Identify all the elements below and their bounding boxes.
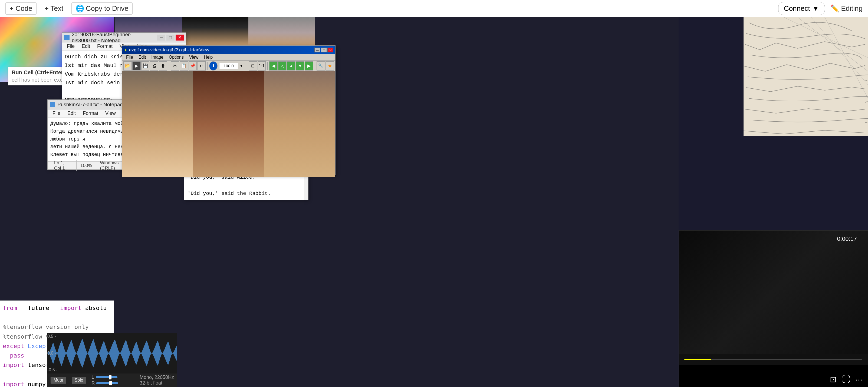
irfanview-zoom-fit-btn[interactable]: ⊞ bbox=[249, 61, 257, 71]
copy-to-drive-button[interactable]: 🌐 Copy to Drive bbox=[71, 2, 132, 14]
irfanview-titlebar[interactable]: ✦ ezgif.com-video-to-gif (3).gif - Irfan… bbox=[122, 46, 335, 54]
top-bar-right: Connect ▼ ✏️ Editing bbox=[778, 2, 863, 15]
notepad-faust-menu-file[interactable]: File bbox=[64, 43, 78, 50]
irfanview-star-fav-btn[interactable]: ★ bbox=[326, 61, 334, 71]
irfanview-prev-btn[interactable]: ◀ bbox=[269, 61, 278, 71]
svg-rect-0 bbox=[744, 17, 868, 136]
text-button[interactable]: + Text bbox=[41, 3, 67, 14]
irfanview-menu-file[interactable]: File bbox=[123, 54, 136, 60]
irfanview-open-btn[interactable]: 📂 bbox=[123, 61, 132, 71]
irfanview-star-icon: ✦ bbox=[124, 47, 127, 53]
irfanview-menu-view[interactable]: View bbox=[186, 54, 201, 60]
irfanview-zoom-group: ▼ bbox=[219, 63, 244, 69]
notepad-faust-icon bbox=[64, 35, 69, 40]
irfan-image-face1 bbox=[122, 71, 193, 177]
irfanview-title: ezgif.com-video-to-gif (3).gif - IrfanVi… bbox=[129, 47, 313, 53]
irfanview-back-btn[interactable]: ◁ bbox=[278, 61, 286, 71]
notepad-faust-minimize[interactable]: ─ bbox=[157, 35, 165, 40]
notepad-pushkin-pos: Ln 1, Col 1 bbox=[50, 160, 76, 171]
irfanview-minimize[interactable]: ─ bbox=[314, 47, 320, 52]
irfanview-zoom-input[interactable] bbox=[219, 63, 238, 69]
audio-format-info: Mono, 22050Hz 32-bit float bbox=[140, 375, 174, 386]
audio-volume-r-slider[interactable] bbox=[96, 382, 118, 384]
irfanview-menu-edit[interactable]: Edit bbox=[136, 54, 149, 60]
irfanview-window: ✦ ezgif.com-video-to-gif (3).gif - Irfan… bbox=[122, 45, 336, 175]
video-expand-button[interactable]: ⛶ bbox=[842, 375, 850, 384]
audio-mute-button[interactable]: Mute bbox=[51, 377, 66, 384]
top-bar: + Code + Text 🌐 Copy to Drive Connect ▼ … bbox=[0, 0, 868, 17]
irfanview-menu-help[interactable]: Help bbox=[201, 54, 215, 60]
video-minimize-button[interactable]: ⊡ bbox=[830, 375, 837, 384]
irfanview-next-btn[interactable]: ▶ bbox=[305, 61, 313, 71]
irfanview-menubar: File Edit Image Options View Help bbox=[122, 54, 335, 61]
notepad-faust-close[interactable]: ✕ bbox=[176, 35, 184, 40]
irfanview-maximize[interactable]: □ bbox=[321, 47, 327, 52]
toolbar-separator-4 bbox=[267, 62, 268, 70]
irfanview-close[interactable]: ✕ bbox=[328, 47, 333, 52]
irfan-image-face3 bbox=[265, 71, 335, 177]
irfanview-up-btn[interactable]: ▲ bbox=[287, 61, 296, 71]
video-more-button[interactable]: ··· bbox=[856, 375, 862, 384]
irfanview-delete-btn[interactable]: 🗑 bbox=[159, 61, 167, 71]
irfanview-toolbar: 📂 ▶ 💾 🖨 🗑 ✂ 📋 📌 ↩ ℹ ▼ ⊞ 1:1 ◀ ◁ ▲ ▼ ▶ 🔧 … bbox=[122, 61, 335, 71]
notepad-faust-maximize[interactable]: □ bbox=[166, 35, 175, 40]
irfanview-save-btn[interactable]: 💾 bbox=[141, 61, 150, 71]
audio-info-bar: Mute Solo L R Mono, 22050Hz 32-bit float bbox=[48, 374, 177, 387]
irfanview-menu-image[interactable]: Image bbox=[149, 54, 166, 60]
notepad-faust-titlebar[interactable]: 20190318-FaustBeginner-bis3000.txt - Not… bbox=[62, 33, 186, 42]
audio-solo-button[interactable]: Solo bbox=[72, 377, 86, 384]
audio-volume-r: R bbox=[92, 381, 118, 386]
irfanview-print-btn[interactable]: 🖨 bbox=[150, 61, 158, 71]
sketch-area bbox=[744, 17, 868, 136]
toolbar-separator-2 bbox=[207, 62, 208, 70]
waveform-svg: // Generate waveform bars via inline SVG… bbox=[48, 333, 177, 374]
irfanview-content bbox=[122, 71, 335, 177]
toolbar-separator-1 bbox=[169, 62, 169, 70]
irfanview-copy-btn[interactable]: 📋 bbox=[180, 61, 188, 71]
irfanview-zoom-orig-btn[interactable]: 1:1 bbox=[257, 61, 266, 71]
irfanview-play-btn[interactable]: ▶ bbox=[132, 61, 141, 71]
toolbar-separator-5 bbox=[315, 62, 315, 70]
notepad-faust-menu-format[interactable]: Format bbox=[94, 43, 116, 50]
pencil-icon: ✏️ bbox=[830, 4, 839, 13]
irfanview-zoom-down-btn[interactable]: ▼ bbox=[239, 63, 244, 69]
audio-y-labels: 0.5 - 0.0 - -0.5 - bbox=[48, 333, 59, 374]
notepad-pushkin-menu-format[interactable]: Format bbox=[80, 110, 101, 117]
irfanview-info-btn[interactable]: ℹ bbox=[209, 61, 218, 71]
audio-volume-l: L bbox=[92, 375, 118, 380]
irfanview-menu-options[interactable]: Options bbox=[166, 54, 186, 60]
chevron-down-icon: ▼ bbox=[812, 4, 819, 13]
audio-volume-controls: L R bbox=[92, 375, 118, 386]
audio-area: 0.5 - 0.0 - -0.5 - // Generate waveform … bbox=[48, 333, 177, 387]
irfanview-down-btn[interactable]: ▼ bbox=[296, 61, 304, 71]
audio-volume-l-slider[interactable] bbox=[96, 376, 117, 378]
irfanview-winctrls: ─ □ ✕ bbox=[314, 47, 333, 52]
notepad-pushkin-zoom: 100% bbox=[76, 163, 96, 168]
top-bar-left: + Code + Text 🌐 Copy to Drive bbox=[5, 2, 132, 14]
irfanview-tools-btn[interactable]: 🔧 bbox=[317, 61, 325, 71]
notepad-pushkin-icon bbox=[50, 102, 55, 107]
notepad-faust-winctrls: ─ □ ✕ bbox=[157, 35, 184, 40]
editing-label: ✏️ Editing bbox=[830, 4, 863, 13]
video-player[interactable]: 0:00:17 ⊡ ⛶ ··· bbox=[679, 230, 868, 387]
irfanview-paste-btn[interactable]: 📌 bbox=[189, 61, 197, 71]
drive-icon: 🌐 bbox=[75, 4, 84, 13]
notepad-faust-title: 20190318-FaustBeginner-bis3000.txt - Not… bbox=[72, 32, 155, 43]
video-time: 0:00:17 bbox=[837, 235, 857, 242]
notepad-pushkin-menu-view[interactable]: View bbox=[102, 110, 119, 117]
notepad-pushkin-menu-edit[interactable]: Edit bbox=[64, 110, 79, 117]
waveform-svg-container: // Generate waveform bars via inline SVG… bbox=[48, 333, 177, 374]
waveform-container: 0.5 - 0.0 - -0.5 - // Generate waveform … bbox=[48, 333, 177, 374]
irfan-image-face2 bbox=[193, 71, 264, 177]
notepad-pushkin-menu-file[interactable]: File bbox=[49, 110, 64, 117]
notepad-faust-menu-edit[interactable]: Edit bbox=[79, 43, 93, 50]
right-panel: 0:00:17 ⊡ ⛶ ··· bbox=[679, 17, 868, 387]
code-button[interactable]: + Code bbox=[5, 2, 36, 14]
irfanview-cut-btn[interactable]: ✂ bbox=[171, 61, 179, 71]
toolbar-separator-3 bbox=[247, 62, 247, 70]
connect-button[interactable]: Connect ▼ bbox=[778, 2, 825, 15]
irfanview-undo-btn[interactable]: ↩ bbox=[197, 61, 206, 71]
